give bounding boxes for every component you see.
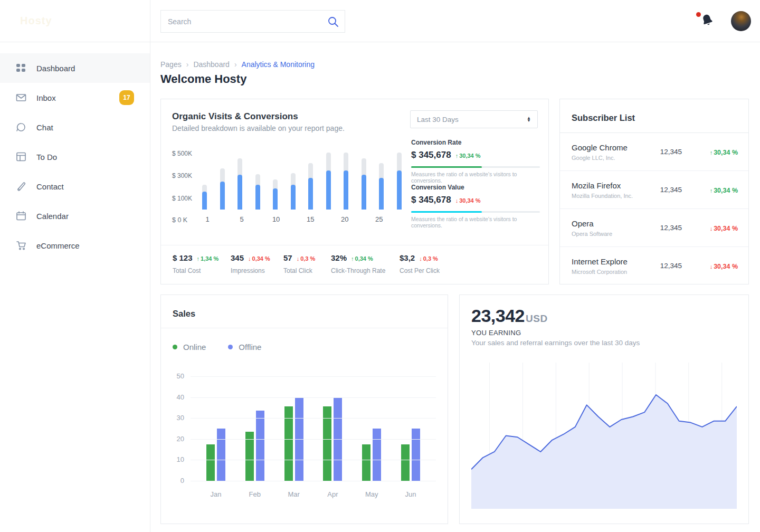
- x-axis-tick: 25: [374, 215, 384, 223]
- sales-bar-group: [284, 376, 303, 481]
- trend-arrow-icon: ↓: [419, 255, 422, 262]
- trend-delta: ↓0,3 %: [297, 255, 316, 262]
- trend-delta: ↑30,34 %: [455, 153, 481, 159]
- sales-card: Sales Online Offline 50403020100 JanFebM…: [160, 294, 448, 524]
- sales-bar-chart: [191, 376, 436, 481]
- trend-delta: ↓30,34 %: [710, 225, 738, 232]
- trend-arrow-icon: ↑: [351, 255, 354, 262]
- breadcrumb-item-current[interactable]: Analytics & Monitoring: [242, 60, 315, 69]
- x-axis-tick: Apr: [319, 490, 346, 498]
- sidebar-item-ecommerce[interactable]: eCommerce: [0, 231, 150, 260]
- stat-value: 57: [283, 253, 292, 262]
- sales-bar-offline: [373, 429, 381, 481]
- trend-arrow-icon: ↑: [710, 187, 713, 194]
- trend-arrow-icon: ↓: [710, 263, 713, 270]
- y-axis-tick: 50: [163, 372, 184, 380]
- legend-item-offline: Offline: [228, 343, 261, 352]
- conversion-value-metric: Conversion Value $ 345,678 ↓30,34 % Meas…: [411, 184, 540, 229]
- earnings-card: 23,342 USD YOU EARNING Your sales and re…: [459, 294, 749, 524]
- subscriber-name: Opera: [572, 219, 651, 228]
- x-axis-tick: Mar: [280, 490, 308, 498]
- grid-line: [191, 376, 436, 377]
- inbox-badge: 17: [119, 90, 134, 105]
- sidebar-item-chat[interactable]: Chat: [0, 112, 150, 142]
- earnings-currency: USD: [526, 313, 548, 325]
- x-axis-tick: Feb: [241, 490, 269, 498]
- subscriber-row-internet-explore[interactable]: Internet ExploreMicrosoft Corporation 12…: [560, 246, 748, 284]
- earnings-label: YOU EARNING: [471, 329, 521, 337]
- legend-item-online: Online: [173, 343, 206, 352]
- select-updown-icon: ▲▼: [527, 117, 531, 122]
- y-axis-tick: 40: [163, 393, 184, 401]
- metric-label: Conversion Rate: [411, 139, 540, 146]
- x-axis-tick: [322, 215, 333, 223]
- metric-value: $ 345,678: [411, 195, 451, 205]
- sidebar-item-calendar[interactable]: Calendar: [0, 201, 150, 231]
- x-axis-tick: 5: [236, 215, 247, 223]
- metric-caption: Measures the ratio of a website's visito…: [411, 171, 540, 184]
- organic-visits-card: Organic Visits & Conversions Detailed br…: [160, 99, 549, 284]
- grid-line: [191, 397, 436, 398]
- sales-bar-group: [323, 376, 342, 481]
- period-select-value: Last 30 Days: [417, 116, 459, 124]
- grid-line: [191, 460, 436, 460]
- organic-bar: [273, 150, 278, 210]
- stat-value: $3,2: [400, 253, 415, 262]
- trend-arrow-icon: ↓: [297, 255, 300, 262]
- earnings-subtitle: Your sales and referral earnings over th…: [471, 339, 640, 347]
- grid-line: [191, 481, 436, 481]
- x-axis-labels: 1510152025: [202, 215, 402, 223]
- conversion-rate-metric: Conversion Rate $ 345,678 ↑30,34 % Measu…: [411, 139, 540, 184]
- metric-value: $ 345,678: [411, 150, 451, 160]
- subscriber-row-opera[interactable]: OperaOpera Software 12,345 ↓30,34 %: [560, 208, 748, 246]
- organic-bar: [220, 150, 225, 210]
- organic-bar: [397, 150, 402, 210]
- sales-bar-group: [401, 376, 420, 481]
- earnings-amount: 23,342: [471, 306, 525, 326]
- sidebar-item-todo[interactable]: To Do: [0, 142, 150, 172]
- sales-bar-group: [362, 376, 381, 481]
- organic-bar: [326, 150, 331, 210]
- sales-bar-online: [401, 444, 410, 481]
- legend-label: Offline: [239, 343, 261, 352]
- bell-icon: [699, 12, 716, 29]
- trend-delta: ↑30,34 %: [710, 187, 738, 194]
- breadcrumb-item-pages[interactable]: Pages: [160, 60, 182, 69]
- sales-bar-online: [206, 444, 215, 481]
- notifications-button[interactable]: [700, 13, 715, 29]
- sidebar-item-inbox[interactable]: Inbox 17: [0, 83, 150, 112]
- search-icon[interactable]: [327, 16, 339, 27]
- card-title: Subscriber List: [560, 99, 748, 123]
- subscriber-row-mozila-firefox[interactable]: Mozila FirefoxMozilla Foundation, Inc. 1…: [560, 170, 748, 208]
- search-input[interactable]: [161, 11, 345, 32]
- sidebar-item-label: Contact: [36, 182, 64, 191]
- earnings-area-chart: [471, 363, 737, 509]
- avatar[interactable]: [731, 11, 751, 31]
- stat-total-click: 57↓0,3 % Total Click: [283, 253, 315, 274]
- search-box: [160, 10, 345, 33]
- stat-impressions: 345↓0,34 % Impressions: [231, 253, 270, 274]
- trend-arrow-icon: ↑: [197, 255, 200, 262]
- sidebar-item-dashboard[interactable]: Dashboard: [0, 53, 150, 83]
- sidebar: Hosty Dashboard Inbox 17 Chat To Do Cont…: [0, 0, 150, 532]
- divider: [161, 328, 448, 328]
- breadcrumb: Pages › Dashboard › Analytics & Monitori…: [160, 60, 315, 69]
- sidebar-item-contact[interactable]: Contact: [0, 172, 150, 201]
- cart-icon: [16, 240, 26, 251]
- period-select[interactable]: Last 30 Days ▲▼: [410, 110, 538, 128]
- x-axis-tick: [357, 215, 367, 223]
- card-title: Organic Visits & Conversions: [172, 111, 298, 122]
- subscriber-row-google-chrome[interactable]: Google ChromeGoogle LLC, Inc. 12,345 ↑30…: [560, 132, 748, 170]
- subscriber-company: Microsoft Corporation: [572, 269, 651, 275]
- breadcrumb-separator: ›: [234, 60, 237, 69]
- logo-text: Hosty: [20, 15, 52, 27]
- trend-delta: ↓0,3 %: [419, 255, 438, 262]
- todo-icon: [16, 151, 26, 162]
- subscriber-value: 12,345: [651, 148, 682, 156]
- stat-value: 32%: [331, 253, 347, 262]
- y-axis-tick: 30: [163, 414, 184, 422]
- breadcrumb-item-dashboard[interactable]: Dashboard: [193, 60, 230, 69]
- divider: [161, 245, 548, 245]
- x-axis-tick: 1: [202, 215, 213, 223]
- x-axis-labels: JanFebMarAprMayJun: [191, 490, 436, 498]
